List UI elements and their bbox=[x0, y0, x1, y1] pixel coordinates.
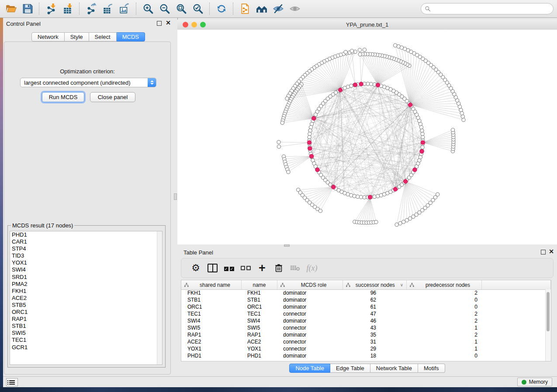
mcds-result-item[interactable]: RAP1 bbox=[10, 316, 162, 323]
graph-node[interactable] bbox=[366, 82, 370, 86]
mcds-result-item[interactable]: SWI4 bbox=[10, 266, 162, 273]
control-panel-close-button[interactable]: ✕ bbox=[165, 20, 171, 26]
search-box[interactable] bbox=[421, 3, 554, 14]
table-cell[interactable]: ACE2 bbox=[181, 338, 242, 345]
table-vertical-scrollbar[interactable] bbox=[545, 289, 551, 361]
run-mcds-button[interactable]: Run MCDS bbox=[42, 92, 84, 102]
mcds-result-item[interactable]: FKH1 bbox=[10, 288, 162, 295]
zoom-fit-button[interactable] bbox=[173, 1, 190, 16]
mcds-result-item[interactable]: ORC1 bbox=[10, 309, 162, 316]
graph-mcds-node[interactable] bbox=[413, 168, 417, 172]
table-cell[interactable]: FKH1 bbox=[242, 289, 277, 296]
graph-node[interactable] bbox=[420, 129, 424, 132]
table-cell[interactable]: dominator bbox=[277, 289, 343, 296]
graph-node[interactable] bbox=[376, 194, 380, 198]
table-row[interactable]: ACE2ACE2connector311 bbox=[181, 338, 551, 345]
graph-leaf-node[interactable] bbox=[358, 48, 361, 52]
network-graph[interactable] bbox=[177, 30, 557, 244]
graph-leaf-node[interactable] bbox=[350, 49, 353, 52]
table-cell[interactable] bbox=[482, 324, 551, 331]
table-panel-close-button[interactable]: ✕ bbox=[548, 248, 554, 254]
table-row[interactable]: SWI5SWI5connector431 bbox=[181, 324, 551, 331]
table-cell[interactable]: connector bbox=[277, 324, 343, 331]
graph-mcds-node[interactable] bbox=[421, 141, 425, 144]
table-cell[interactable]: dominator bbox=[277, 317, 343, 324]
graph-leaf-node[interactable] bbox=[374, 220, 378, 224]
graph-mcds-node[interactable] bbox=[408, 103, 412, 107]
graph-leaf-node[interactable] bbox=[394, 44, 397, 47]
graph-leaf-node[interactable] bbox=[287, 170, 290, 174]
table-cell[interactable]: 61 bbox=[343, 303, 407, 310]
table-cell[interactable]: 0 bbox=[407, 303, 482, 310]
table-cell[interactable]: 62 bbox=[343, 296, 407, 303]
refresh-layout-button[interactable] bbox=[213, 1, 230, 16]
graph-mcds-node[interactable] bbox=[404, 179, 408, 183]
tab-mcds[interactable]: MCDS bbox=[117, 32, 145, 41]
hide-panel-button[interactable] bbox=[270, 1, 287, 16]
graph-leaf-node[interactable] bbox=[461, 115, 464, 118]
table-cell[interactable]: 0 bbox=[407, 352, 482, 359]
add-column-button[interactable]: + bbox=[254, 260, 270, 276]
tab-edge-table[interactable]: Edge Table bbox=[330, 364, 370, 373]
table-cell[interactable]: 0 bbox=[407, 296, 482, 303]
export-image-button[interactable] bbox=[116, 1, 133, 16]
graph-node[interactable] bbox=[363, 196, 366, 199]
table-cell[interactable]: FKH1 bbox=[181, 289, 242, 296]
table-cell[interactable]: 2 bbox=[407, 310, 482, 317]
table-cell[interactable]: YOX1 bbox=[242, 345, 277, 352]
graph-mcds-node[interactable] bbox=[338, 88, 342, 92]
table-settings-button[interactable]: ⚙ bbox=[187, 260, 204, 276]
table-cell[interactable]: connector bbox=[277, 338, 343, 345]
graph-leaf-node[interactable] bbox=[280, 121, 284, 124]
table-cell[interactable] bbox=[482, 303, 551, 310]
mcds-result-item[interactable]: STB1 bbox=[10, 323, 162, 330]
table-cell[interactable] bbox=[482, 317, 551, 324]
table-cell[interactable]: 2 bbox=[407, 317, 482, 324]
table-cell[interactable]: STB1 bbox=[242, 296, 277, 303]
graph-leaf-node[interactable] bbox=[363, 48, 366, 52]
graph-node[interactable] bbox=[369, 82, 373, 86]
graph-leaf-node[interactable] bbox=[277, 140, 280, 144]
table-cell[interactable]: dominator bbox=[277, 296, 343, 303]
table-cell[interactable]: ORC1 bbox=[181, 303, 242, 310]
table-cell[interactable]: SWI4 bbox=[181, 317, 242, 324]
column-header-name[interactable]: name bbox=[242, 280, 277, 289]
graph-leaf-node[interactable] bbox=[358, 52, 362, 56]
graph-leaf-node[interactable] bbox=[318, 209, 322, 213]
graph-mcds-node[interactable] bbox=[420, 149, 424, 153]
graph-node[interactable] bbox=[373, 83, 376, 86]
search-input[interactable] bbox=[431, 4, 553, 14]
open-file-button[interactable] bbox=[3, 1, 19, 16]
table-cell[interactable] bbox=[482, 345, 551, 352]
export-table-button[interactable] bbox=[100, 1, 116, 16]
table-cell[interactable]: 1 bbox=[407, 345, 482, 352]
table-cell[interactable]: 1 bbox=[407, 324, 482, 331]
table-cell[interactable]: 47 bbox=[343, 310, 407, 317]
table-row[interactable]: TEC1TEC1connector472 bbox=[181, 310, 551, 317]
mcds-result-item[interactable]: CAR1 bbox=[10, 238, 162, 245]
graph-leaf-node[interactable] bbox=[402, 220, 405, 224]
network-canvas[interactable] bbox=[177, 30, 557, 244]
graph-node[interactable] bbox=[373, 195, 376, 198]
table-cell[interactable]: 29 bbox=[343, 345, 407, 352]
close-panel-button[interactable]: Close panel bbox=[90, 92, 135, 102]
table-cell[interactable]: ORC1 bbox=[242, 303, 277, 310]
graph-mcds-node[interactable] bbox=[315, 168, 319, 172]
graph-leaf-node[interactable] bbox=[398, 221, 402, 225]
first-neighbors-button[interactable] bbox=[253, 1, 270, 16]
mcds-result-item[interactable]: ACE2 bbox=[10, 295, 162, 302]
graph-leaf-node[interactable] bbox=[285, 97, 289, 100]
mcds-result-item[interactable]: STB5 bbox=[10, 302, 162, 309]
graph-node[interactable] bbox=[419, 155, 422, 159]
mcds-result-item[interactable]: YOX1 bbox=[10, 259, 162, 266]
graph-leaf-node[interactable] bbox=[459, 108, 463, 112]
table-row[interactable]: RAP1RAP1dominator352 bbox=[181, 331, 551, 338]
graph-mcds-node[interactable] bbox=[353, 83, 357, 87]
table-cell[interactable]: connector bbox=[277, 310, 343, 317]
tab-style[interactable]: Style bbox=[65, 32, 89, 41]
column-header-shared-name[interactable]: shared name bbox=[181, 280, 242, 289]
tab-network[interactable]: Network bbox=[31, 32, 65, 41]
graph-node[interactable] bbox=[308, 129, 312, 132]
mcds-result-item[interactable]: SRD1 bbox=[10, 274, 162, 281]
delete-table-button[interactable] bbox=[287, 260, 304, 276]
